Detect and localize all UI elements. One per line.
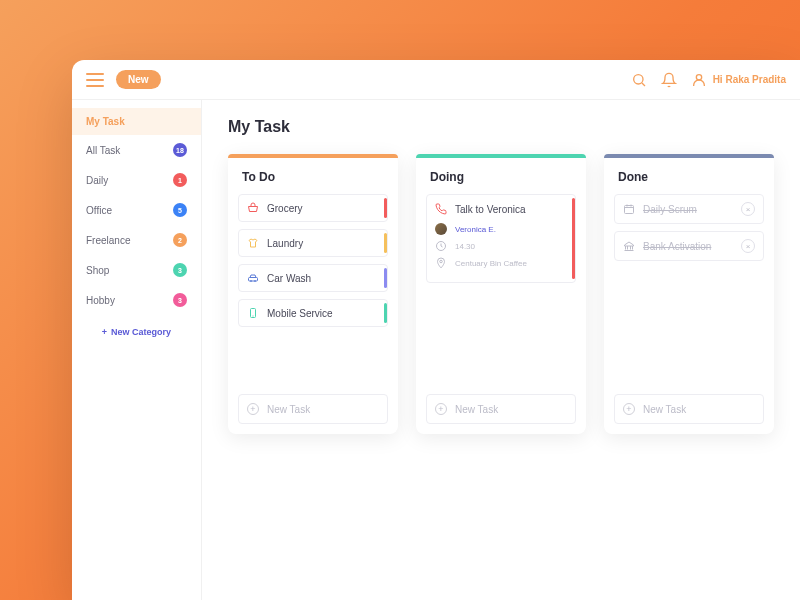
- task-time: 14.30: [435, 240, 567, 252]
- badge: 5: [173, 203, 187, 217]
- task-card[interactable]: Car Wash: [238, 264, 388, 292]
- svg-point-4: [251, 281, 252, 282]
- new-task-button[interactable]: +New Task: [614, 394, 764, 424]
- sidebar-item-hobby[interactable]: Hobby3: [72, 285, 201, 315]
- plus-icon: +: [102, 327, 107, 337]
- shirt-icon: [247, 237, 259, 249]
- sidebar-item-label: My Task: [86, 116, 125, 127]
- new-button[interactable]: New: [116, 70, 161, 89]
- task-card-expanded[interactable]: Talk to Veronica Veronica E. 14.30 Centu…: [426, 194, 576, 283]
- task-person: Veronica E.: [435, 223, 567, 235]
- badge: 18: [173, 143, 187, 157]
- plus-icon: +: [623, 403, 635, 415]
- board-body: Grocery Laundry Car Wash Mobile Service: [228, 194, 398, 384]
- board-todo: To Do Grocery Laundry Car Wash Mobile Se…: [228, 154, 398, 434]
- sidebar-item-label: Freelance: [86, 235, 130, 246]
- topbar: New Hi Raka Pradita: [72, 60, 800, 100]
- task-location: Centuary Bin Caffee: [435, 257, 567, 269]
- board-done: Done Daily Scrum× Bank Activation× +New …: [604, 154, 774, 434]
- topbar-right: Hi Raka Pradita: [631, 72, 786, 88]
- sidebar-item-shop[interactable]: Shop3: [72, 255, 201, 285]
- task-label: Bank Activation: [643, 241, 711, 252]
- clock-icon: [435, 240, 447, 252]
- new-task-button[interactable]: +New Task: [426, 394, 576, 424]
- badge: 3: [173, 293, 187, 307]
- board-title: To Do: [228, 158, 398, 194]
- car-icon: [247, 272, 259, 284]
- sidebar-item-label: Daily: [86, 175, 108, 186]
- task-accent: [384, 233, 387, 253]
- calendar-icon: [623, 203, 635, 215]
- boards: To Do Grocery Laundry Car Wash Mobile Se…: [228, 154, 774, 434]
- task-label: Grocery: [267, 203, 303, 214]
- sidebar-item-label: Hobby: [86, 295, 115, 306]
- badge: 3: [173, 263, 187, 277]
- plus-icon: +: [435, 403, 447, 415]
- task-label: Talk to Veronica: [455, 204, 526, 215]
- close-icon[interactable]: ×: [741, 202, 755, 216]
- sidebar-item-daily[interactable]: Daily1: [72, 165, 201, 195]
- user-greeting: Hi Raka Pradita: [713, 74, 786, 85]
- new-task-label: New Task: [267, 404, 310, 415]
- task-card[interactable]: Mobile Service: [238, 299, 388, 327]
- phone-icon: [435, 203, 447, 215]
- badge: 1: [173, 173, 187, 187]
- board-doing: Doing Talk to Veronica Veronica E. 14.30…: [416, 154, 586, 434]
- task-card-done[interactable]: Daily Scrum×: [614, 194, 764, 224]
- task-label: Car Wash: [267, 273, 311, 284]
- svg-point-5: [255, 281, 256, 282]
- task-label: Mobile Service: [267, 308, 333, 319]
- svg-point-9: [440, 260, 443, 263]
- basket-icon: [247, 202, 259, 214]
- new-task-label: New Task: [455, 404, 498, 415]
- sidebar: My Task All Task18 Daily1 Office5 Freela…: [72, 100, 202, 600]
- sidebar-item-my-task[interactable]: My Task: [72, 108, 201, 135]
- task-label: Laundry: [267, 238, 303, 249]
- board-body: Daily Scrum× Bank Activation×: [604, 194, 774, 384]
- svg-line-1: [642, 83, 645, 86]
- mobile-icon: [247, 307, 259, 319]
- svg-rect-10: [625, 206, 634, 214]
- new-task-button[interactable]: +New Task: [238, 394, 388, 424]
- svg-rect-3: [249, 278, 258, 282]
- board-title: Doing: [416, 158, 586, 194]
- badge: 2: [173, 233, 187, 247]
- close-icon[interactable]: ×: [741, 239, 755, 253]
- page-title: My Task: [228, 118, 774, 136]
- sidebar-item-label: Office: [86, 205, 112, 216]
- user-icon: [691, 72, 707, 88]
- svg-point-2: [696, 74, 701, 79]
- bell-icon[interactable]: [661, 72, 677, 88]
- task-accent: [384, 303, 387, 323]
- sidebar-item-label: All Task: [86, 145, 120, 156]
- sidebar-item-label: Shop: [86, 265, 109, 276]
- task-accent: [572, 198, 575, 279]
- task-accent: [384, 268, 387, 288]
- board-title: Done: [604, 158, 774, 194]
- task-card[interactable]: Laundry: [238, 229, 388, 257]
- new-category-button[interactable]: +New Category: [72, 315, 201, 349]
- new-category-label: New Category: [111, 327, 171, 337]
- sidebar-item-all-task[interactable]: All Task18: [72, 135, 201, 165]
- avatar-icon: [435, 223, 447, 235]
- app-window: New Hi Raka Pradita My Task All Task18 D…: [72, 60, 800, 600]
- board-body: Talk to Veronica Veronica E. 14.30 Centu…: [416, 194, 586, 384]
- plus-icon: +: [247, 403, 259, 415]
- menu-icon[interactable]: [86, 73, 104, 87]
- task-card[interactable]: Grocery: [238, 194, 388, 222]
- new-task-label: New Task: [643, 404, 686, 415]
- user-profile[interactable]: Hi Raka Pradita: [691, 72, 786, 88]
- task-label: Daily Scrum: [643, 204, 697, 215]
- sidebar-item-office[interactable]: Office5: [72, 195, 201, 225]
- svg-point-0: [633, 74, 642, 83]
- sidebar-item-freelance[interactable]: Freelance2: [72, 225, 201, 255]
- task-card-done[interactable]: Bank Activation×: [614, 231, 764, 261]
- content: My Task To Do Grocery Laundry Car Wash M…: [202, 100, 800, 600]
- location-icon: [435, 257, 447, 269]
- task-accent: [384, 198, 387, 218]
- bank-icon: [623, 240, 635, 252]
- main: My Task All Task18 Daily1 Office5 Freela…: [72, 100, 800, 600]
- search-icon[interactable]: [631, 72, 647, 88]
